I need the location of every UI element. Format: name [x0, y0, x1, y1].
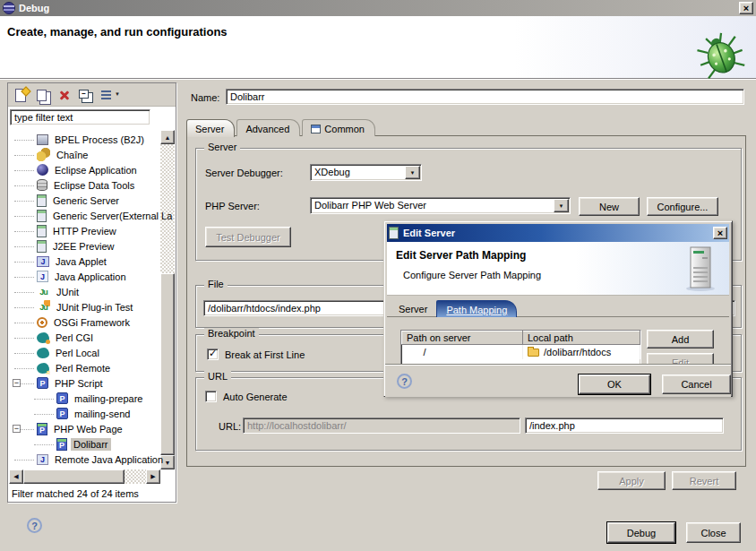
tree-item[interactable]: Chaîne — [9, 147, 160, 162]
tree-item[interactable]: mailing-send — [9, 406, 160, 421]
tree-item-icon — [37, 285, 50, 298]
tree-item[interactable]: Generic Server — [9, 193, 160, 208]
delete-configuration[interactable] — [55, 86, 74, 104]
tree-vscroll-thumb[interactable] — [160, 273, 175, 455]
server-group-title: Server — [204, 142, 240, 152]
server-debugger-value: XDebug — [311, 165, 404, 180]
tree-hscroll-thumb[interactable] — [23, 469, 125, 484]
tree-item[interactable]: Perl CGI — [9, 330, 160, 345]
name-label: Name: — [191, 92, 219, 103]
chevron-down-icon[interactable]: ▼ — [554, 199, 569, 212]
tree-horizontal-scrollbar[interactable]: ◀ ▶ — [9, 469, 160, 484]
tree-item[interactable]: PHP Web Page — [9, 421, 160, 436]
url-base-input — [244, 418, 520, 433]
tree-item[interactable]: Generic Server(External La — [9, 208, 160, 223]
revert-button[interactable]: Revert — [672, 471, 736, 490]
path-on-server-column[interactable]: Path on server — [402, 331, 523, 345]
dialog-button-bar: ? OK Cancel — [385, 364, 731, 397]
dialog-help-icon[interactable]: ? — [397, 374, 412, 389]
configure-button[interactable]: Configure... — [647, 197, 718, 216]
local-path-column[interactable]: Local path — [523, 331, 640, 345]
tree-item[interactable]: BPEL Process (B2J) — [9, 132, 160, 147]
tree-item[interactable]: Java Applet — [9, 254, 160, 269]
break-at-first-line-checkbox[interactable] — [207, 349, 219, 360]
table-icon — [311, 125, 321, 133]
configurations-panel: ▼ BPEL Process (B2J) Chaîne — [7, 82, 176, 503]
dialog-tab[interactable]: Path Mapping — [436, 300, 517, 317]
ok-button[interactable]: OK — [579, 375, 650, 394]
tree-item[interactable]: J2EE Preview — [9, 238, 160, 254]
tree-item[interactable]: Eclipse Data Tools — [9, 177, 160, 193]
tree-item-label: Perl Local — [53, 347, 102, 359]
url-path-input[interactable] — [526, 418, 723, 433]
tree-item[interactable]: JUnit Plug-in Test — [9, 299, 160, 314]
apply-button[interactable]: Apply — [597, 471, 666, 490]
toolbar-icon — [35, 88, 51, 102]
window-close-button[interactable]: × — [739, 2, 753, 14]
configuration-tree: BPEL Process (B2J) Chaîne Eclipse Applic… — [9, 130, 175, 469]
debug-button[interactable]: Debug — [607, 522, 675, 543]
tab[interactable]: Common — [302, 119, 375, 136]
tree-item-icon — [37, 332, 49, 343]
add-mapping-button[interactable]: Add — [647, 330, 714, 349]
collapse-all[interactable] — [76, 86, 96, 104]
test-debugger-button[interactable]: Test Debugger — [205, 227, 291, 247]
filter-input[interactable] — [11, 110, 150, 125]
tree-item-icon — [37, 317, 47, 328]
tree-item[interactable]: Java Application — [9, 269, 160, 284]
tree-item-icon — [37, 164, 48, 176]
collapse-expander-icon[interactable] — [13, 379, 21, 387]
tree-item-label: PHP Script — [52, 377, 106, 390]
help-icon[interactable]: ? — [27, 518, 42, 533]
filter-menu-caret-icon[interactable]: ▼ — [115, 91, 120, 97]
tree-item[interactable]: Dolibarr — [9, 436, 160, 452]
tree-item-icon — [37, 377, 48, 389]
scroll-left-icon[interactable]: ◀ — [9, 469, 23, 484]
tree-item-label: JUnit Plug-in Test — [54, 301, 135, 314]
tab-label: Server — [195, 124, 224, 134]
server-debugger-label: Server Debugger: — [205, 168, 283, 178]
server-tower-icon — [683, 245, 718, 292]
new-configuration[interactable] — [12, 86, 31, 104]
server-debugger-combo[interactable]: XDebug ▼ — [310, 164, 422, 181]
tree-item[interactable]: JUnit — [9, 284, 160, 299]
bug-icon — [697, 30, 745, 79]
close-button[interactable]: Close — [686, 522, 741, 543]
scroll-up-icon[interactable]: ▲ — [160, 130, 175, 144]
tree-item[interactable]: Perl Local — [9, 345, 160, 360]
tree-item[interactable]: Remote Java Application — [9, 452, 160, 467]
tree-item-label: Java Application — [52, 271, 129, 283]
dialog-close-button[interactable]: × — [713, 227, 727, 239]
tab-label: Advanced — [245, 124, 289, 134]
tree-item[interactable]: HTTP Preview — [9, 223, 160, 238]
tree-item[interactable]: OSGi Framework — [9, 314, 160, 330]
tree-vertical-scrollbar[interactable]: ▲ ▼ — [160, 130, 175, 469]
window-title: Debug — [19, 3, 49, 13]
php-server-combo[interactable]: Dolibarr PHP Web Server ▼ — [310, 197, 571, 214]
tree-item[interactable]: Perl Remote — [9, 360, 160, 375]
tree-item[interactable]: PHP Script — [9, 375, 160, 391]
auto-generate-checkbox[interactable] — [205, 391, 217, 402]
scroll-right-icon[interactable]: ▶ — [146, 469, 160, 484]
cancel-button[interactable]: Cancel — [662, 375, 731, 394]
tree-item[interactable]: mailing-prepare — [9, 391, 160, 406]
tab[interactable]: Advanced — [236, 119, 300, 136]
duplicate-configuration[interactable] — [33, 86, 53, 104]
tree-item-icon — [56, 438, 67, 451]
tree-item[interactable]: Eclipse Application — [9, 162, 160, 177]
name-input[interactable] — [227, 90, 743, 104]
configuration-tabs: Server Advanced Common — [186, 119, 377, 136]
tab[interactable]: Server — [186, 119, 235, 137]
url-base-field — [243, 418, 520, 434]
tree-item-label: Eclipse Data Tools — [51, 179, 137, 192]
collapse-expander-icon[interactable] — [13, 425, 21, 433]
dialog-tab[interactable]: Server — [390, 300, 436, 317]
chevron-down-icon[interactable]: ▼ — [405, 166, 420, 179]
auto-generate-label: Auto Generate — [223, 392, 288, 402]
url-group-title: URL — [204, 371, 231, 382]
server-path-cell: / — [402, 345, 523, 359]
tree-item-icon — [37, 179, 47, 191]
new-server-button[interactable]: New — [579, 197, 640, 216]
tree-item-icon — [37, 210, 47, 222]
path-mapping-row[interactable]: / /dolibarr/htdocs — [402, 345, 640, 359]
